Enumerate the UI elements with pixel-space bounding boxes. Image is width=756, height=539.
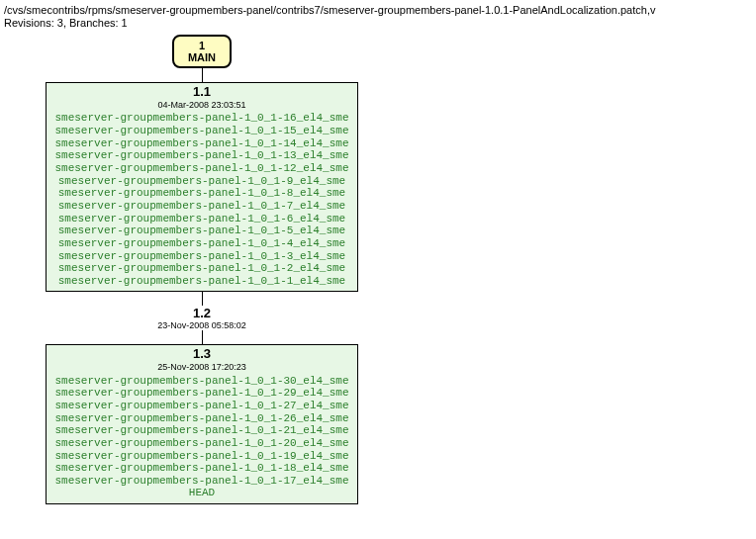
tag: smeserver-groupmembers-panel-1_0_1-20_el…	[54, 437, 348, 450]
tag: smeserver-groupmembers-panel-1_0_1-6_el4…	[54, 213, 348, 225]
revision-box-1-3[interactable]: 1.3 25-Nov-2008 17:20:23 smeserver-group…	[46, 344, 357, 504]
branch-number: 1	[199, 40, 205, 51]
tag: smeserver-groupmembers-panel-1_0_1-8_el4…	[54, 187, 348, 200]
tag: smeserver-groupmembers-panel-1_0_1-1_el4…	[54, 275, 348, 288]
connector-line	[202, 68, 203, 82]
tag: smeserver-groupmembers-panel-1_0_1-14_el…	[54, 137, 348, 150]
tag: smeserver-groupmembers-panel-1_0_1-13_el…	[54, 149, 348, 162]
head-label: HEAD	[54, 487, 348, 499]
tag: smeserver-groupmembers-panel-1_0_1-29_el…	[54, 387, 348, 400]
tag-list: smeserver-groupmembers-panel-1_0_1-16_el…	[54, 112, 348, 287]
tag: smeserver-groupmembers-panel-1_0_1-16_el…	[54, 112, 348, 125]
revision-number: 1.3	[54, 347, 348, 362]
tag: smeserver-groupmembers-panel-1_0_1-26_el…	[54, 412, 348, 425]
revision-date: 25-Nov-2008 17:20:23	[54, 362, 348, 372]
tag: smeserver-groupmembers-panel-1_0_1-2_el4…	[54, 262, 348, 275]
tag: smeserver-groupmembers-panel-1_0_1-18_el…	[54, 462, 348, 475]
revision-date: 23-Nov-2008 05:58:02	[157, 320, 246, 330]
tag-list: smeserver-groupmembers-panel-1_0_1-30_el…	[54, 375, 348, 488]
revision-number-1-2[interactable]: 1.2	[193, 306, 211, 320]
connector-line	[202, 292, 203, 306]
tag: smeserver-groupmembers-panel-1_0_1-21_el…	[54, 424, 348, 437]
branch-box-main[interactable]: 1 MAIN	[172, 35, 232, 68]
connector-line	[202, 330, 203, 344]
revision-date: 04-Mar-2008 23:03:51	[54, 100, 348, 110]
revision-box-1-1[interactable]: 1.1 04-Mar-2008 23:03:51 smeserver-group…	[46, 82, 357, 292]
branch-name: MAIN	[188, 51, 216, 63]
tag: smeserver-groupmembers-panel-1_0_1-3_el4…	[54, 250, 348, 263]
tag: smeserver-groupmembers-panel-1_0_1-7_el4…	[54, 200, 348, 213]
tag: smeserver-groupmembers-panel-1_0_1-19_el…	[54, 450, 348, 463]
tag: smeserver-groupmembers-panel-1_0_1-30_el…	[54, 375, 348, 388]
tag: smeserver-groupmembers-panel-1_0_1-27_el…	[54, 400, 348, 412]
tag: smeserver-groupmembers-panel-1_0_1-5_el4…	[54, 225, 348, 237]
revision-graph: 1 MAIN 1.1 04-Mar-2008 23:03:51 smeserve…	[14, 35, 390, 504]
revision-number: 1.1	[54, 85, 348, 100]
tag: smeserver-groupmembers-panel-1_0_1-4_el4…	[54, 237, 348, 250]
tag: smeserver-groupmembers-panel-1_0_1-17_el…	[54, 475, 348, 488]
tag: smeserver-groupmembers-panel-1_0_1-9_el4…	[54, 175, 348, 188]
file-path: /cvs/smecontribs/rpms/smeserver-groupmem…	[4, 4, 756, 16]
revision-summary: Revisions: 3, Branches: 1	[4, 17, 756, 29]
tag: smeserver-groupmembers-panel-1_0_1-15_el…	[54, 125, 348, 137]
tag: smeserver-groupmembers-panel-1_0_1-12_el…	[54, 162, 348, 175]
